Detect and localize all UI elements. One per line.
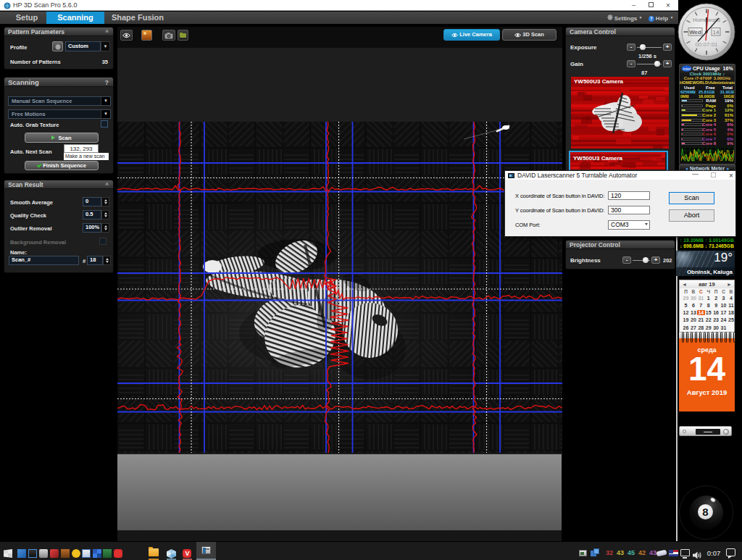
svg-text:14: 14 xyxy=(713,29,720,35)
svg-text:intel: intel xyxy=(683,66,691,70)
svg-text:00:07:01: 00:07:01 xyxy=(695,41,718,48)
svg-text:Wed: Wed xyxy=(689,29,701,35)
